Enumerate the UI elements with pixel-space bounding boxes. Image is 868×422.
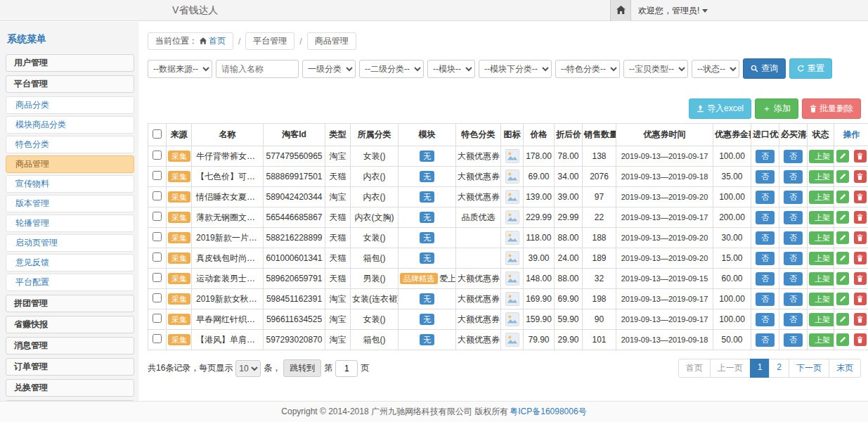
edit-button[interactable] [836,191,849,203]
sidebar-item[interactable]: 平台管理 [6,75,134,93]
reset-button[interactable]: 重置 [789,58,832,79]
import-select-toggle[interactable]: 否 [756,150,775,163]
import-select-toggle[interactable]: 否 [756,272,775,286]
status-button[interactable]: 上架 [809,293,834,306]
status-button[interactable]: 上架 [809,313,834,326]
delete-button[interactable] [854,293,867,305]
edit-button[interactable] [836,313,849,326]
status-button[interactable]: 上架 [809,333,834,347]
import-select-toggle[interactable]: 否 [756,252,775,265]
import-excel-button[interactable]: 导入excel [689,98,751,119]
must-buy-toggle[interactable]: 否 [784,231,803,245]
sidebar-subitem[interactable]: 商品分类 [6,96,134,114]
row-checkbox[interactable] [153,314,162,323]
delete-button[interactable] [854,170,867,183]
filter-select[interactable]: --特色分类-- [555,60,620,78]
delete-button[interactable] [854,252,867,264]
must-buy-toggle[interactable]: 否 [784,170,803,184]
sidebar-subitem[interactable]: 商品管理 [6,155,134,173]
must-buy-toggle[interactable]: 否 [784,313,803,326]
row-checkbox[interactable] [153,334,162,343]
status-button[interactable]: 上架 [809,211,834,224]
filter-select[interactable]: 一级分类 [302,60,356,78]
import-select-toggle[interactable]: 否 [756,211,775,224]
sidebar-subitem[interactable]: 轮播管理 [6,215,134,232]
edit-button[interactable] [836,272,849,285]
sidebar-item[interactable]: 省赚快报 [6,316,134,333]
filter-select[interactable]: --状态-- [692,60,739,78]
edit-button[interactable] [836,211,849,224]
import-select-toggle[interactable]: 否 [756,333,775,347]
delete-button[interactable] [854,333,867,346]
sidebar-item[interactable]: 用户管理 [6,54,134,72]
edit-button[interactable] [836,231,849,244]
delete-button[interactable] [854,211,867,224]
edit-button[interactable] [836,333,849,346]
filter-select[interactable]: --模块下分类-- [479,60,552,78]
sidebar-item[interactable]: 拼团管理 [6,295,134,312]
breadcrumb-home-link[interactable]: 首页 [209,35,226,47]
name-search-input[interactable] [216,60,299,78]
sidebar-item[interactable]: 订单管理 [6,358,134,376]
pagination-button[interactable]: 1 [750,359,770,378]
sidebar-subitem[interactable]: 版本管理 [6,195,134,212]
sidebar-subitem[interactable]: 模块商品分类 [6,116,134,134]
delete-button[interactable] [854,231,867,244]
must-buy-toggle[interactable]: 否 [784,293,803,306]
must-buy-toggle[interactable]: 否 [784,211,803,224]
row-checkbox[interactable] [153,171,162,180]
status-button[interactable]: 上架 [809,231,834,245]
row-checkbox[interactable] [153,191,162,200]
row-checkbox[interactable] [153,252,162,262]
delete-button[interactable] [854,150,867,162]
add-button[interactable]: ＋ 添加 [755,98,798,119]
edit-button[interactable] [836,252,849,264]
must-buy-toggle[interactable]: 否 [784,333,803,347]
pagination-button[interactable]: 上一页 [710,359,751,378]
status-button[interactable]: 上架 [809,272,834,286]
must-buy-toggle[interactable]: 否 [784,150,803,163]
status-button[interactable]: 上架 [809,150,834,163]
import-select-toggle[interactable]: 否 [756,313,775,326]
row-checkbox[interactable] [153,212,162,221]
sidebar-subitem[interactable]: 意见反馈 [6,254,134,271]
pagination-button[interactable]: 2 [769,359,789,378]
status-button[interactable]: 上架 [809,252,834,265]
jump-button[interactable]: 跳转到 [283,359,321,377]
pagination-button[interactable]: 下一页 [789,359,829,378]
delete-button[interactable] [854,313,867,326]
row-checkbox[interactable] [153,232,162,241]
sidebar-subitem[interactable]: 特色分类 [6,136,134,153]
user-menu[interactable]: 欢迎您，管理员! [631,0,715,21]
import-select-toggle[interactable]: 否 [756,191,775,204]
import-select-toggle[interactable]: 否 [756,170,775,184]
delete-button[interactable] [854,191,867,203]
pagination-button[interactable]: 首页 [678,359,711,378]
sidebar-subitem[interactable]: 启动页管理 [6,234,134,252]
batch-delete-button[interactable]: 批量删除 [802,98,861,119]
must-buy-toggle[interactable]: 否 [784,272,803,286]
status-button[interactable]: 上架 [809,191,834,204]
filter-select[interactable]: --模块-- [427,60,475,78]
row-checkbox[interactable] [153,151,162,160]
select-all-checkbox[interactable] [153,129,162,139]
filter-select[interactable]: --宝贝类型-- [623,60,688,78]
breadcrumb-item[interactable]: 商品管理 [307,32,356,50]
sidebar-item[interactable]: 消息管理 [6,337,134,354]
delete-button[interactable] [854,272,867,285]
import-select-toggle[interactable]: 否 [756,231,775,245]
sidebar-subitem[interactable]: 平台配置 [6,274,134,291]
row-checkbox[interactable] [153,293,162,302]
pagination-button[interactable]: 末页 [829,359,861,378]
import-select-toggle[interactable]: 否 [756,293,775,306]
edit-button[interactable] [836,150,849,162]
home-button[interactable] [610,0,631,21]
filter-select[interactable]: --数据来源-- [148,60,212,78]
edit-button[interactable] [836,293,849,305]
sidebar-subitem[interactable]: 宣传物料 [6,175,134,193]
page-jump-input[interactable] [335,360,358,377]
breadcrumb-item[interactable]: 平台管理 [245,32,294,50]
icp-link[interactable]: 粤ICP备16098006号 [510,406,586,418]
sidebar-item[interactable]: 兑换管理 [6,379,134,397]
must-buy-toggle[interactable]: 否 [784,191,803,204]
